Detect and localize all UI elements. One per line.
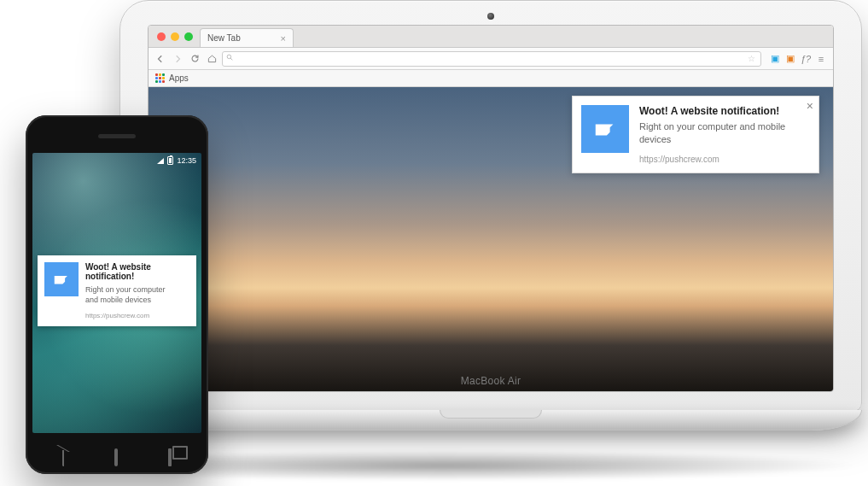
nav-back-button[interactable]: [154, 52, 167, 66]
extension-button-1[interactable]: ▣: [768, 52, 782, 66]
signal-icon: [157, 158, 164, 164]
phone-status-bar: 12:35: [32, 153, 201, 168]
notification-title: Woot! A website notification!: [639, 105, 800, 117]
page-viewport: × Woot! A website notification! Right on…: [149, 87, 833, 391]
tab-close-button[interactable]: ×: [281, 33, 286, 44]
notification-close-button[interactable]: ×: [807, 100, 813, 112]
phone-device: 12:35 Woot! A website notification! Righ…: [26, 115, 208, 474]
extension-button-3[interactable]: ƒ?: [799, 52, 813, 66]
webcam-icon: [487, 13, 494, 20]
window-controls: [157, 32, 193, 41]
android-nav-bar: [26, 450, 208, 466]
mobile-notification[interactable]: Woot! A website notification! Right on y…: [38, 255, 196, 326]
android-home-button[interactable]: [114, 450, 118, 466]
notification-source: https://pushcrew.com: [85, 312, 179, 319]
apps-launcher-icon[interactable]: [155, 73, 165, 83]
bookmark-star-icon[interactable]: ☆: [748, 54, 755, 63]
desktop-notification[interactable]: × Woot! A website notification! Right on…: [572, 96, 819, 173]
bookmark-bar: Apps: [149, 70, 833, 87]
laptop-model-label: MacBook Air: [461, 375, 521, 387]
window-minimize-button[interactable]: [171, 32, 179, 41]
browser-menu-button[interactable]: ≡: [814, 52, 828, 66]
apps-label[interactable]: Apps: [169, 73, 189, 83]
notification-source: https://pushcrew.com: [639, 155, 800, 164]
laptop-screen: New Tab ×: [148, 25, 834, 392]
notification-app-icon: [44, 262, 79, 296]
android-recent-button[interactable]: [168, 450, 172, 466]
browser-toolbar: ☆ ▣ ▣ ƒ? ≡: [149, 48, 833, 70]
laptop-notch: [440, 410, 542, 419]
battery-icon: [167, 156, 173, 165]
notification-body: Right on your computer and mobile device…: [85, 284, 179, 305]
nav-forward-button[interactable]: [171, 52, 184, 66]
window-maximize-button[interactable]: [184, 32, 193, 41]
android-back-button[interactable]: [62, 450, 64, 466]
browser-tab-new[interactable]: New Tab ×: [200, 28, 294, 47]
extension-button-2[interactable]: ▣: [784, 52, 797, 66]
notification-content: Woot! A website notification! Right on y…: [639, 105, 810, 164]
reload-button[interactable]: [188, 52, 201, 66]
home-button[interactable]: [205, 52, 218, 66]
browser-tab-strip: New Tab ×: [149, 26, 833, 48]
tab-label: New Tab: [207, 33, 241, 43]
laptop-base: [119, 410, 862, 430]
extensions-group: ▣ ▣ ƒ? ≡: [768, 52, 828, 66]
notification-app-icon: [581, 105, 629, 153]
notification-body: Right on your computer and mobile device…: [639, 120, 800, 146]
notification-title: Woot! A website notification!: [85, 262, 179, 281]
status-time: 12:35: [177, 156, 196, 165]
phone-speaker-icon: [98, 134, 136, 138]
phone-screen: 12:35 Woot! A website notification! Righ…: [32, 153, 201, 433]
window-close-button[interactable]: [157, 32, 166, 41]
address-bar[interactable]: ☆: [222, 51, 761, 67]
svg-point-0: [227, 55, 231, 59]
notification-content: Woot! A website notification! Right on y…: [85, 262, 189, 319]
laptop-bezel: New Tab ×: [119, 0, 862, 412]
laptop-device: New Tab ×: [119, 0, 862, 430]
search-icon: [226, 54, 234, 63]
